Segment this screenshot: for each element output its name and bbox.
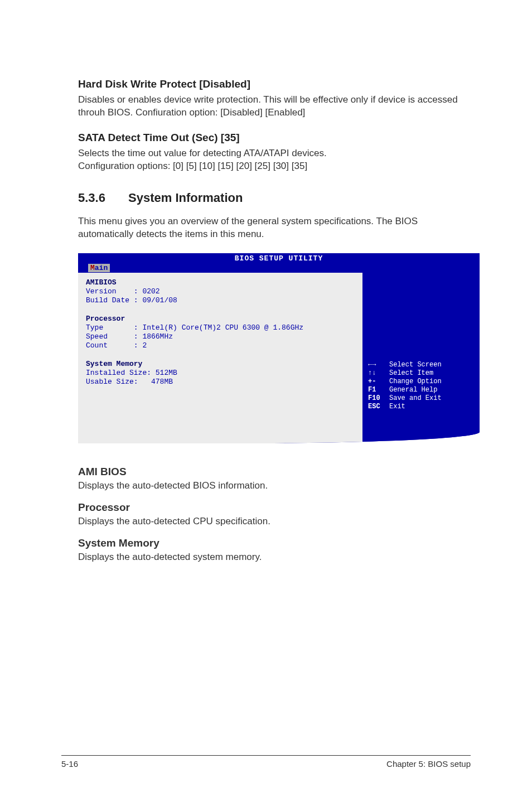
bios-screenshot: BIOS SETUP UTILITY Main AMIBIOS Version … [78,253,480,443]
proc-count: Count : 2 [86,341,147,350]
help-desc-screen: Select Screen [389,361,442,369]
processor-title: Processor [78,501,471,514]
section-number: 5.3.6 [78,191,128,205]
ami-section: AMI BIOS Displays the auto-detected BIOS… [78,466,471,563]
memory-header: System Memory [86,360,142,368]
system-memory-desc: Displays the auto-detected system memory… [78,552,471,563]
help-desc-change: Change Option [389,378,442,385]
proc-type: Type : Intel(R) Core(TM)2 CPU 6300 @ 1.8… [86,323,303,332]
page-number: 5-16 [61,759,78,769]
section-title: System Information [128,191,243,205]
sata-line2: Configuration options: [0] [5] [10] [15]… [78,161,307,171]
help-desc-exit: Exit [389,403,405,410]
sata-detect-title: SATA Detect Time Out (Sec) [35] [78,132,471,144]
help-key-ud: ↑↓ [368,369,389,378]
help-key-f10: F10 [368,394,389,403]
system-memory-title: System Memory [78,537,471,549]
section-heading: 5.3.6System Information [78,191,471,205]
proc-speed: Speed : 1866MHz [86,332,173,341]
help-key-lr: ←→ [368,361,389,369]
sata-detect-body: Selects the time out value for detecting… [78,147,471,173]
help-desc-help: General Help [389,386,437,394]
bios-tab-rest: ain [95,264,108,272]
bios-help-list: ←→Select Screen ↑↓Select Item +-Change O… [368,361,474,411]
sata-line1: Selects the time out value for detecting… [78,148,327,158]
mem-usable: Usable Size: 478MB [86,378,173,386]
bios-body: AMIBIOS Version : 0202 Build Date : 09/0… [78,273,480,443]
page-footer: 5-16 Chapter 5: BIOS setup [61,755,471,769]
processor-header: Processor [86,315,125,323]
bios-version: Version : 0202 [86,287,160,296]
help-key-f1: F1 [368,386,389,394]
ami-bios-title: AMI BIOS [78,466,471,478]
amibios-header: AMIBIOS [86,278,117,287]
bios-tab-main[interactable]: Main [88,264,110,272]
bios-left-pane: AMIBIOS Version : 0202 Build Date : 09/0… [78,273,362,443]
processor-desc: Displays the auto-detected CPU specifica… [78,516,471,527]
ami-bios-desc: Displays the auto-detected BIOS informat… [78,480,471,491]
section-intro: This menu gives you an overview of the g… [78,215,471,241]
bios-title: BIOS SETUP UTILITY [78,253,480,263]
chapter-label: Chapter 5: BIOS setup [386,759,471,769]
help-desc-item: Select Item [389,369,433,377]
bios-builddate: Build Date : 09/01/08 [86,296,177,305]
hd-write-protect-body: Disables or enables device write protect… [78,94,471,119]
bios-tab-hotkey: M [90,264,95,272]
help-desc-save: Save and Exit [389,394,442,402]
help-key-esc: ESC [368,403,389,411]
bios-tabrow: Main [78,263,480,273]
hd-write-protect-title: Hard Disk Write Protect [Disabled] [78,78,471,90]
mem-installed: Installed Size: 512MB [86,369,177,377]
bios-help-pane: ←→Select Screen ↑↓Select Item +-Change O… [362,273,480,443]
help-key-pm: +- [368,378,389,386]
